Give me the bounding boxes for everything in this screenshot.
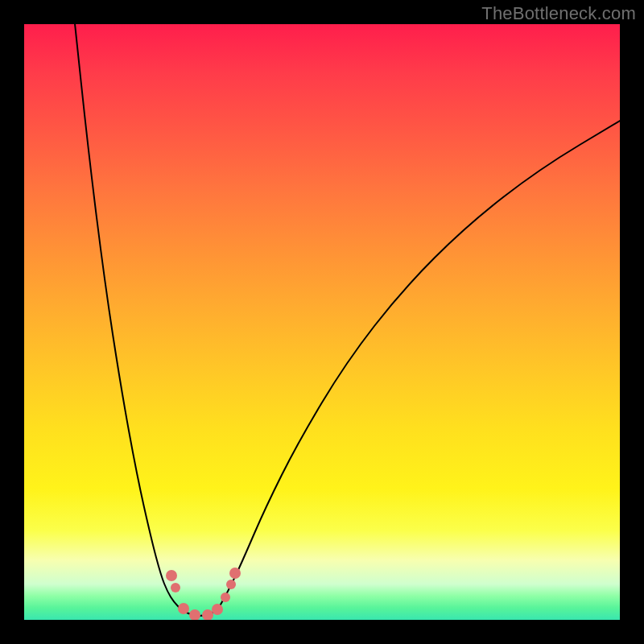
curve-marker xyxy=(166,570,177,581)
curve-right-branch xyxy=(217,121,620,610)
curve-marker xyxy=(178,603,189,614)
curve-marker xyxy=(212,604,223,615)
markers-group xyxy=(166,568,241,620)
watermark-text: TheBottleneck.com xyxy=(481,3,636,24)
curve-marker xyxy=(171,583,180,592)
curve-marker xyxy=(189,609,200,620)
curve-marker xyxy=(221,592,230,602)
curve-marker xyxy=(202,609,213,620)
curve-left-branch xyxy=(74,24,182,610)
curve-marker xyxy=(226,580,236,589)
curve-marker xyxy=(229,568,241,579)
plot-area xyxy=(24,24,620,620)
curve-svg xyxy=(24,24,620,620)
chart-frame: TheBottleneck.com xyxy=(0,0,644,644)
